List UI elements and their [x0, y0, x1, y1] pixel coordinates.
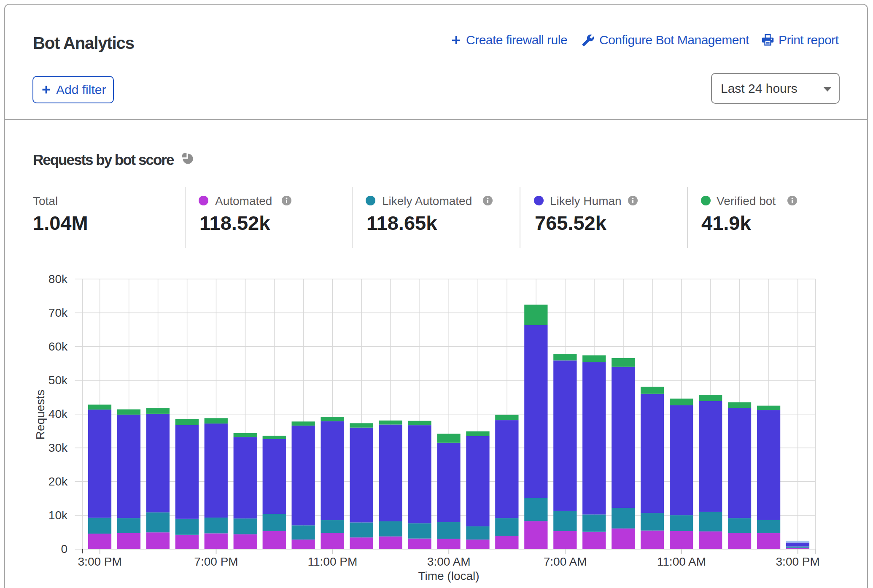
svg-text:7:00 AM: 7:00 AM: [544, 555, 587, 568]
svg-text:11:00 AM: 11:00 AM: [657, 555, 706, 568]
svg-text:Time (local): Time (local): [418, 569, 479, 583]
svg-text:3:00 PM: 3:00 PM: [78, 555, 122, 568]
svg-text:20k: 20k: [48, 475, 68, 488]
svg-text:40k: 40k: [48, 407, 68, 421]
svg-text:11:00 PM: 11:00 PM: [308, 555, 358, 568]
svg-text:70k: 70k: [48, 306, 68, 319]
svg-text:3:00 AM: 3:00 AM: [427, 555, 471, 568]
svg-text:80k: 80k: [48, 272, 68, 286]
svg-text:60k: 60k: [48, 340, 68, 353]
svg-text:50k: 50k: [48, 374, 68, 387]
svg-text:Requests: Requests: [34, 390, 47, 440]
svg-text:7:00 PM: 7:00 PM: [194, 555, 238, 568]
svg-text:30k: 30k: [48, 441, 68, 454]
svg-text:0: 0: [61, 542, 67, 556]
svg-text:10k: 10k: [48, 509, 68, 522]
svg-text:3:00 PM: 3:00 PM: [776, 555, 820, 568]
